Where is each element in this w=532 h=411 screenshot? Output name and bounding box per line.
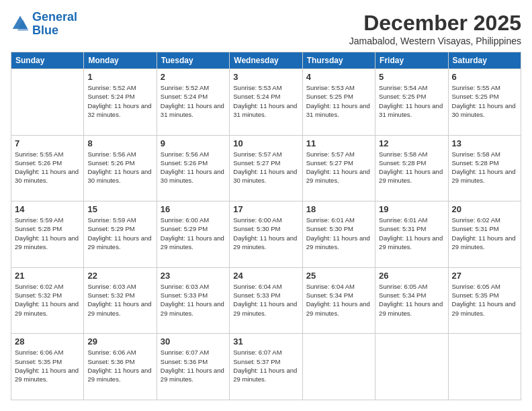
calendar-table: SundayMondayTuesdayWednesdayThursdayFrid… — [11, 52, 521, 400]
day-number: 26 — [379, 271, 444, 281]
location: Jamabalod, Western Visayas, Philippines — [349, 36, 521, 46]
day-info: Sunrise: 5:52 AM Sunset: 5:24 PM Dayligh… — [161, 83, 226, 119]
calendar-cell: 8Sunrise: 5:56 AM Sunset: 5:26 PM Daylig… — [84, 135, 157, 201]
header: General Blue December 2025 Jamabalod, We… — [11, 11, 521, 46]
day-number: 25 — [306, 271, 371, 281]
logo-blue: Blue — [32, 24, 58, 37]
calendar-cell: 24Sunrise: 6:04 AM Sunset: 5:33 PM Dayli… — [230, 267, 302, 334]
calendar-cell: 27Sunrise: 6:05 AM Sunset: 5:35 PM Dayli… — [448, 267, 521, 334]
calendar-cell: 13Sunrise: 5:58 AM Sunset: 5:28 PM Dayli… — [448, 135, 521, 201]
col-header-friday: Friday — [375, 52, 448, 69]
day-number: 3 — [233, 72, 298, 82]
day-number: 4 — [306, 72, 371, 82]
calendar-cell: 1Sunrise: 5:52 AM Sunset: 5:24 PM Daylig… — [84, 69, 157, 136]
day-info: Sunrise: 5:57 AM Sunset: 5:27 PM Dayligh… — [233, 150, 298, 185]
day-number: 15 — [87, 204, 152, 214]
day-number: 2 — [161, 72, 226, 82]
day-number: 20 — [452, 204, 517, 214]
day-info: Sunrise: 6:04 AM Sunset: 5:34 PM Dayligh… — [306, 282, 371, 318]
logo-text: General Blue — [32, 11, 77, 38]
day-number: 7 — [15, 138, 80, 148]
calendar-cell: 9Sunrise: 5:56 AM Sunset: 5:26 PM Daylig… — [157, 135, 229, 201]
logo-icon — [11, 15, 30, 34]
calendar-cell: 4Sunrise: 5:53 AM Sunset: 5:25 PM Daylig… — [302, 69, 375, 136]
col-header-wednesday: Wednesday — [230, 52, 302, 69]
day-number: 24 — [233, 271, 298, 281]
day-info: Sunrise: 6:03 AM Sunset: 5:33 PM Dayligh… — [161, 282, 226, 318]
day-number: 28 — [15, 336, 80, 347]
day-info: Sunrise: 6:06 AM Sunset: 5:36 PM Dayligh… — [87, 348, 152, 383]
col-header-thursday: Thursday — [302, 52, 375, 69]
day-number: 13 — [452, 138, 517, 148]
calendar-cell: 31Sunrise: 6:07 AM Sunset: 5:37 PM Dayli… — [230, 334, 302, 400]
day-number: 23 — [161, 271, 226, 281]
day-info: Sunrise: 5:55 AM Sunset: 5:25 PM Dayligh… — [452, 83, 517, 119]
day-info: Sunrise: 6:05 AM Sunset: 5:34 PM Dayligh… — [379, 282, 444, 318]
calendar-cell: 10Sunrise: 5:57 AM Sunset: 5:27 PM Dayli… — [230, 135, 302, 201]
calendar-cell: 16Sunrise: 6:00 AM Sunset: 5:29 PM Dayli… — [157, 201, 229, 268]
title-block: December 2025 Jamabalod, Western Visayas… — [349, 11, 521, 46]
day-info: Sunrise: 6:06 AM Sunset: 5:35 PM Dayligh… — [15, 348, 80, 383]
day-info: Sunrise: 6:07 AM Sunset: 5:37 PM Dayligh… — [233, 348, 298, 383]
day-info: Sunrise: 5:59 AM Sunset: 5:28 PM Dayligh… — [15, 216, 80, 251]
logo-general: General — [32, 10, 77, 24]
day-info: Sunrise: 6:02 AM Sunset: 5:32 PM Dayligh… — [15, 282, 80, 318]
day-info: Sunrise: 5:52 AM Sunset: 5:24 PM Dayligh… — [87, 83, 152, 119]
calendar-cell: 22Sunrise: 6:03 AM Sunset: 5:32 PM Dayli… — [84, 267, 157, 334]
day-number: 27 — [452, 271, 517, 281]
day-info: Sunrise: 5:55 AM Sunset: 5:26 PM Dayligh… — [15, 150, 80, 185]
calendar-cell: 17Sunrise: 6:00 AM Sunset: 5:30 PM Dayli… — [230, 201, 302, 268]
day-info: Sunrise: 6:02 AM Sunset: 5:31 PM Dayligh… — [452, 216, 517, 251]
calendar-cell: 26Sunrise: 6:05 AM Sunset: 5:34 PM Dayli… — [375, 267, 448, 334]
calendar-cell: 14Sunrise: 5:59 AM Sunset: 5:28 PM Dayli… — [11, 201, 84, 268]
calendar-cell — [375, 334, 448, 400]
day-number: 1 — [87, 72, 152, 82]
day-number: 14 — [15, 204, 80, 214]
calendar-cell: 18Sunrise: 6:01 AM Sunset: 5:30 PM Dayli… — [302, 201, 375, 268]
calendar-cell: 20Sunrise: 6:02 AM Sunset: 5:31 PM Dayli… — [448, 201, 521, 268]
day-info: Sunrise: 5:56 AM Sunset: 5:26 PM Dayligh… — [161, 150, 226, 185]
day-info: Sunrise: 5:54 AM Sunset: 5:25 PM Dayligh… — [379, 83, 444, 119]
calendar-cell: 30Sunrise: 6:07 AM Sunset: 5:36 PM Dayli… — [157, 334, 229, 400]
calendar-cell: 21Sunrise: 6:02 AM Sunset: 5:32 PM Dayli… — [11, 267, 84, 334]
calendar-cell: 29Sunrise: 6:06 AM Sunset: 5:36 PM Dayli… — [84, 334, 157, 400]
calendar-cell: 6Sunrise: 5:55 AM Sunset: 5:25 PM Daylig… — [448, 69, 521, 136]
day-number: 12 — [379, 138, 444, 148]
day-number: 22 — [87, 271, 152, 281]
calendar-cell: 5Sunrise: 5:54 AM Sunset: 5:25 PM Daylig… — [375, 69, 448, 136]
day-info: Sunrise: 6:04 AM Sunset: 5:33 PM Dayligh… — [233, 282, 298, 318]
day-info: Sunrise: 6:07 AM Sunset: 5:36 PM Dayligh… — [161, 348, 226, 383]
calendar-cell: 11Sunrise: 5:57 AM Sunset: 5:27 PM Dayli… — [302, 135, 375, 201]
day-info: Sunrise: 5:58 AM Sunset: 5:28 PM Dayligh… — [379, 150, 444, 185]
col-header-sunday: Sunday — [11, 52, 84, 69]
calendar-cell: 3Sunrise: 5:53 AM Sunset: 5:24 PM Daylig… — [230, 69, 302, 136]
col-header-saturday: Saturday — [448, 52, 521, 69]
col-header-monday: Monday — [84, 52, 157, 69]
page: General Blue December 2025 Jamabalod, We… — [0, 0, 532, 411]
week-row-3: 21Sunrise: 6:02 AM Sunset: 5:32 PM Dayli… — [11, 267, 521, 334]
day-number: 17 — [233, 204, 298, 214]
calendar-header-row: SundayMondayTuesdayWednesdayThursdayFrid… — [11, 52, 521, 69]
day-number: 11 — [306, 138, 371, 148]
day-info: Sunrise: 6:03 AM Sunset: 5:32 PM Dayligh… — [87, 282, 152, 318]
day-info: Sunrise: 6:00 AM Sunset: 5:29 PM Dayligh… — [161, 216, 226, 251]
day-number: 30 — [161, 336, 226, 347]
calendar-cell: 19Sunrise: 6:01 AM Sunset: 5:31 PM Dayli… — [375, 201, 448, 268]
day-number: 19 — [379, 204, 444, 214]
day-info: Sunrise: 5:56 AM Sunset: 5:26 PM Dayligh… — [87, 150, 152, 185]
day-info: Sunrise: 6:00 AM Sunset: 5:30 PM Dayligh… — [233, 216, 298, 251]
calendar-cell: 28Sunrise: 6:06 AM Sunset: 5:35 PM Dayli… — [11, 334, 84, 400]
day-info: Sunrise: 5:59 AM Sunset: 5:29 PM Dayligh… — [87, 216, 152, 251]
col-header-tuesday: Tuesday — [157, 52, 229, 69]
day-number: 8 — [87, 138, 152, 148]
week-row-4: 28Sunrise: 6:06 AM Sunset: 5:35 PM Dayli… — [11, 334, 521, 400]
day-info: Sunrise: 6:05 AM Sunset: 5:35 PM Dayligh… — [452, 282, 517, 318]
day-number: 10 — [233, 138, 298, 148]
logo: General Blue — [11, 11, 77, 38]
calendar-cell: 7Sunrise: 5:55 AM Sunset: 5:26 PM Daylig… — [11, 135, 84, 201]
day-info: Sunrise: 6:01 AM Sunset: 5:30 PM Dayligh… — [306, 216, 371, 251]
day-info: Sunrise: 6:01 AM Sunset: 5:31 PM Dayligh… — [379, 216, 444, 251]
calendar-cell: 23Sunrise: 6:03 AM Sunset: 5:33 PM Dayli… — [157, 267, 229, 334]
day-number: 18 — [306, 204, 371, 214]
day-info: Sunrise: 5:53 AM Sunset: 5:25 PM Dayligh… — [306, 83, 371, 119]
